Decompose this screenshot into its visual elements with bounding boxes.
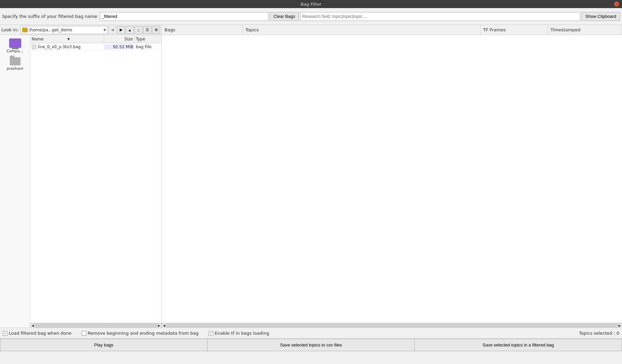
remove-metadata-checkbox[interactable] bbox=[82, 331, 86, 336]
save-filtered-button[interactable]: Save selected topics in a filtered bag bbox=[415, 339, 622, 351]
clear-bags-button[interactable]: Clear Bags bbox=[270, 12, 299, 21]
file-browser: Look in: /home/pa...get_demo ▼ ◀ ▶ ▲ ⌂ ☰… bbox=[0, 25, 162, 328]
nav-home-button[interactable]: ⌂ bbox=[135, 26, 143, 34]
bags-col-bags-header: Bags bbox=[162, 25, 243, 35]
hscroll-track bbox=[35, 323, 157, 328]
bags-hscroll-track bbox=[167, 323, 617, 328]
look-in-value: /home/pa...get_demo bbox=[29, 28, 72, 32]
load-filtered-checkbox[interactable]: ✓ bbox=[3, 331, 7, 336]
bags-col-tf-header: TF Frames bbox=[480, 25, 548, 35]
chevron-down-icon: ▼ bbox=[103, 28, 106, 32]
file-row-size: 92.52 MiB bbox=[104, 44, 135, 49]
col-size-label: Size bbox=[124, 37, 133, 41]
top-row: Specify the suffix of your filtered bag … bbox=[0, 8, 622, 25]
remove-metadata-label: Remove beginning and ending metadata fro… bbox=[88, 331, 199, 336]
save-csv-button[interactable]: Save selected topics to csv files bbox=[208, 339, 415, 351]
nav-list-button[interactable]: ☰ bbox=[143, 26, 151, 34]
file-row-name: line_0_x0_y-3to3.bag bbox=[30, 44, 104, 49]
file-list: Name ▼ Size Type line_0_x0_y- bbox=[30, 35, 161, 323]
col-size-header[interactable]: Size bbox=[104, 35, 135, 43]
computer-icon bbox=[9, 38, 21, 48]
col-type-label: Type bbox=[136, 37, 145, 41]
enable-tf-label: Enable tf in bags loading bbox=[215, 331, 269, 336]
hscroll-left-btn[interactable]: ◀ bbox=[30, 323, 35, 328]
look-in-row: Look in: /home/pa...get_demo ▼ ◀ ▶ ▲ ⌂ ☰… bbox=[0, 25, 161, 35]
play-bags-button[interactable]: Play bags bbox=[0, 339, 208, 351]
file-row-type: bag File bbox=[135, 44, 161, 49]
bags-col-ts-header: Timestamped bbox=[548, 25, 622, 35]
bags-hscroll[interactable]: ◀ ▶ bbox=[162, 323, 622, 328]
hscroll-right-btn[interactable]: ▶ bbox=[157, 323, 161, 328]
title-bar: Bag Filter ✕ bbox=[0, 0, 622, 8]
look-in-combo[interactable]: /home/pa...get_demo ▼ bbox=[21, 26, 108, 34]
nav-detail-button[interactable]: ⊞ bbox=[152, 26, 160, 34]
enable-tf-item: ✓ Enable tf in bags loading bbox=[209, 331, 269, 336]
fs-sidebar: Compu... prashant bbox=[0, 35, 30, 328]
enable-tf-checkbox[interactable]: ✓ bbox=[209, 331, 213, 336]
bags-hscroll-left-btn[interactable]: ◀ bbox=[162, 323, 167, 328]
status-row: ✓ Load filtered bag when done Remove beg… bbox=[0, 328, 622, 338]
bags-hscroll-right-btn[interactable]: ▶ bbox=[617, 323, 622, 328]
window-title: Bag Filter bbox=[301, 2, 321, 7]
show-clipboard-button[interactable]: Show Clipboard bbox=[582, 12, 620, 21]
file-area: Compu... prashant Name ▼ Size bbox=[0, 35, 161, 328]
topics-selected-label: Topics selected : 0 bbox=[579, 331, 619, 336]
bags-col-topics-header: Topics bbox=[243, 25, 480, 35]
file-list-area: Name ▼ Size Type line_0_x0_y- bbox=[30, 35, 161, 328]
buttons-row: Play bags Save selected topics to csv fi… bbox=[0, 338, 622, 351]
bag-file-icon bbox=[32, 44, 36, 49]
bags-header: Bags Topics TF Frames Timestamped bbox=[162, 25, 622, 35]
nav-forward-button[interactable]: ▶ bbox=[117, 26, 125, 34]
file-hscroll[interactable]: ◀ ▶ bbox=[30, 323, 161, 328]
nav-back-button[interactable]: ◀ bbox=[108, 26, 116, 34]
suffix-label: Specify the suffix of your filtered bag … bbox=[2, 14, 97, 19]
folder-icon bbox=[22, 28, 28, 32]
remove-metadata-item: Remove beginning and ending metadata fro… bbox=[82, 331, 199, 336]
file-name: line_0_x0_y-3to3.bag bbox=[38, 44, 81, 49]
close-button[interactable]: ✕ bbox=[614, 1, 619, 7]
table-row[interactable]: line_0_x0_y-3to3.bag 92.52 MiB bag File bbox=[30, 43, 161, 51]
sidebar-label-computer: Compu... bbox=[7, 49, 24, 53]
main-area: Look in: /home/pa...get_demo ▼ ◀ ▶ ▲ ⌂ ☰… bbox=[0, 25, 622, 328]
research-input[interactable] bbox=[300, 12, 580, 21]
folder-icon-prashant bbox=[10, 57, 21, 65]
load-filtered-label: Load filtered bag when done bbox=[9, 331, 71, 336]
col-name-label: Name bbox=[32, 37, 67, 41]
file-list-header: Name ▼ Size Type bbox=[30, 35, 161, 43]
look-in-label: Look in: bbox=[1, 27, 19, 32]
suffix-input[interactable] bbox=[100, 12, 268, 21]
bags-panel: Bags Topics TF Frames Timestamped ◀ ▶ bbox=[162, 25, 622, 328]
sort-arrow-icon: ▼ bbox=[67, 37, 102, 41]
nav-up-button[interactable]: ▲ bbox=[126, 26, 134, 34]
bags-content bbox=[162, 35, 622, 323]
col-type-header[interactable]: Type bbox=[135, 35, 161, 43]
sidebar-item-computer[interactable]: Compu... bbox=[0, 36, 30, 55]
sidebar-label-prashant: prashant bbox=[7, 66, 23, 71]
sidebar-item-prashant[interactable]: prashant bbox=[0, 55, 30, 73]
load-filtered-item: ✓ Load filtered bag when done bbox=[3, 331, 71, 336]
col-name-header[interactable]: Name ▼ bbox=[30, 35, 104, 43]
